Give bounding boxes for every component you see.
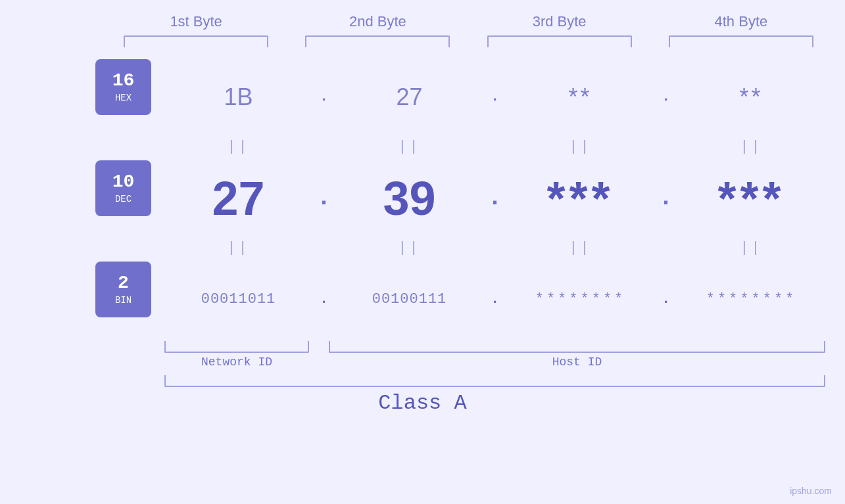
network-id-bracket bbox=[164, 341, 309, 353]
sep1-row: || || || || bbox=[158, 136, 832, 158]
network-id-label: Network ID bbox=[164, 355, 309, 369]
sep2-bar3: || bbox=[508, 240, 653, 256]
bin-byte1-cell: 00011011 bbox=[166, 291, 311, 308]
hex-dot3: . bbox=[656, 89, 676, 105]
byte1-header: 1st Byte bbox=[124, 13, 268, 30]
bin-byte4-cell: ******** bbox=[679, 291, 824, 308]
sep1-bar2: || bbox=[337, 139, 482, 155]
bottom-bracket-section bbox=[0, 341, 845, 353]
bin-dot2: . bbox=[485, 291, 505, 308]
hex-byte2-cell: 27 bbox=[337, 83, 482, 111]
main-container: 1st Byte 2nd Byte 3rd Byte 4th Byte 16 H… bbox=[0, 0, 845, 504]
dec-byte4-cell: *** bbox=[679, 172, 824, 225]
hex-dot2: . bbox=[485, 89, 505, 105]
watermark: ipshu.com bbox=[790, 486, 832, 496]
id-labels-row: Network ID Host ID bbox=[158, 355, 832, 369]
bin-badge: 2 BIN bbox=[95, 262, 151, 317]
hex-byte3-cell: ** bbox=[508, 83, 653, 111]
hex-dot1: . bbox=[314, 89, 334, 105]
bracket-byte4 bbox=[669, 35, 813, 47]
byte4-header: 4th Byte bbox=[669, 13, 813, 30]
bin-byte3-cell: ******** bbox=[508, 291, 653, 308]
dec-dot1: . bbox=[314, 185, 334, 212]
byte-headers: 1st Byte 2nd Byte 3rd Byte 4th Byte bbox=[0, 0, 845, 30]
sep1-bar4: || bbox=[679, 139, 824, 155]
dec-byte2-value: 39 bbox=[383, 172, 435, 225]
sep1-inner: || || || || bbox=[158, 136, 832, 158]
bin-badge-number: 2 bbox=[118, 274, 129, 292]
bin-byte1-value: 00011011 bbox=[201, 291, 276, 308]
bin-badge-label: BIN bbox=[115, 295, 132, 306]
hex-byte1-cell: 1B bbox=[166, 83, 311, 111]
dec-values-row: 27 . 39 . *** . *** bbox=[158, 172, 832, 225]
sep2-bar2: || bbox=[337, 240, 482, 256]
bin-inner-row: 00011011 . 00100111 . ******** . *******… bbox=[158, 291, 832, 308]
hex-byte4-value: ** bbox=[739, 83, 763, 110]
dec-badge: 10 DEC bbox=[95, 160, 151, 216]
dec-byte1-value: 27 bbox=[212, 172, 264, 225]
hex-byte2-value: 27 bbox=[396, 83, 422, 110]
bin-dot3: . bbox=[656, 291, 676, 308]
hex-byte4-cell: ** bbox=[679, 83, 824, 111]
dec-dot3: . bbox=[656, 185, 676, 212]
bin-dot1: . bbox=[314, 291, 334, 308]
dec-byte3-cell: *** bbox=[508, 172, 653, 225]
hex-inner-row: 1B . 27 . ** . ** bbox=[158, 83, 832, 111]
bin-byte3-value: ******** bbox=[535, 291, 626, 308]
sep2-bar4: || bbox=[679, 240, 824, 256]
sep1-section: || || || || bbox=[0, 136, 845, 158]
bracket-byte1 bbox=[124, 35, 268, 47]
bottom-brackets-row bbox=[158, 341, 832, 353]
byte2-header: 2nd Byte bbox=[305, 13, 450, 30]
hex-values-row: 1B . 27 . ** . ** bbox=[158, 83, 832, 111]
dec-byte2-cell: 39 bbox=[337, 172, 482, 225]
sep2-section: || || || || bbox=[0, 237, 845, 259]
dec-inner-row: 27 . 39 . *** . *** bbox=[158, 172, 832, 225]
class-a-label: Class A bbox=[378, 391, 466, 415]
sep2-bar1: || bbox=[166, 240, 311, 256]
id-labels-section: Network ID Host ID bbox=[0, 355, 845, 369]
sep2-row: || || || || bbox=[158, 237, 832, 259]
bin-byte2-value: 00100111 bbox=[372, 291, 447, 308]
bin-byte2-cell: 00100111 bbox=[337, 291, 482, 308]
dec-badge-label: DEC bbox=[115, 194, 132, 204]
class-bracket-section bbox=[0, 375, 845, 387]
class-label-row: Class A bbox=[0, 391, 845, 415]
bracket-byte2 bbox=[305, 35, 450, 47]
dec-byte3-value: *** bbox=[546, 172, 614, 225]
dec-section: 10 DEC 27 . 39 . *** . *** bbox=[0, 160, 845, 236]
hex-byte3-value: ** bbox=[568, 83, 592, 110]
hex-section: 16 HEX 1B . 27 . ** . ** bbox=[0, 59, 845, 135]
byte3-header: 3rd Byte bbox=[487, 13, 632, 30]
bin-values-row: 00011011 . 00100111 . ******** . *******… bbox=[158, 291, 832, 308]
bracket-byte3 bbox=[487, 35, 632, 47]
hex-byte1-value: 1B bbox=[224, 83, 253, 110]
dec-byte4-value: *** bbox=[717, 172, 785, 225]
hex-badge: 16 HEX bbox=[95, 59, 151, 115]
sep1-bar1: || bbox=[166, 139, 311, 155]
sep1-bar3: || bbox=[508, 139, 653, 155]
host-id-label: Host ID bbox=[329, 355, 825, 369]
bin-section: 2 BIN 00011011 . 00100111 . ******** . *… bbox=[0, 262, 845, 337]
top-brackets bbox=[0, 35, 845, 47]
host-id-bracket bbox=[329, 341, 825, 353]
dec-byte1-cell: 27 bbox=[166, 172, 311, 225]
class-bracket bbox=[164, 375, 825, 387]
bin-byte4-value: ******** bbox=[706, 291, 797, 308]
hex-badge-number: 16 bbox=[112, 72, 135, 90]
sep2-inner: || || || || bbox=[158, 237, 832, 259]
hex-badge-label: HEX bbox=[115, 93, 132, 103]
dec-dot2: . bbox=[485, 185, 505, 212]
dec-badge-number: 10 bbox=[112, 173, 135, 191]
